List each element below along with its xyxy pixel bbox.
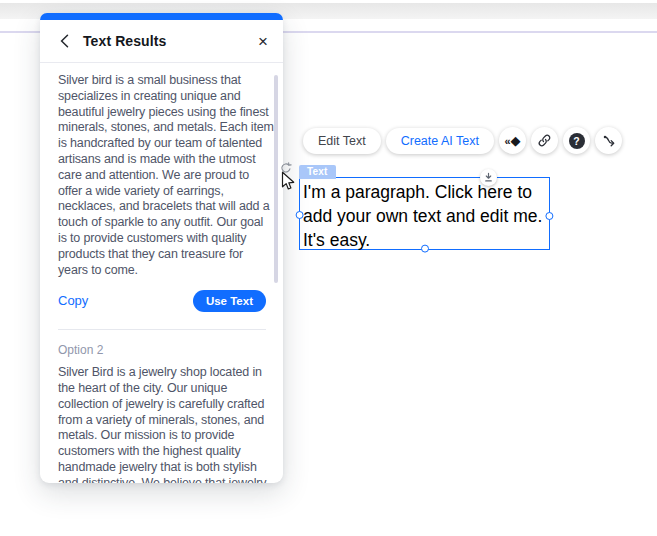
resize-handle-bottom[interactable] bbox=[421, 245, 429, 253]
use-text-button[interactable]: Use Text bbox=[193, 290, 266, 312]
element-type-badge: Text bbox=[299, 165, 336, 179]
selected-text-element[interactable]: Text I'm a paragraph. Click here to add … bbox=[299, 177, 550, 250]
create-ai-text-button[interactable]: Create AI Text bbox=[386, 128, 494, 154]
panel-header: Text Results × bbox=[40, 20, 283, 63]
panel-title: Text Results bbox=[83, 33, 166, 49]
panel-body: Silver bird is a small business that spe… bbox=[40, 63, 283, 483]
option-2-label: Option 2 bbox=[58, 343, 274, 359]
option-1-actions: Copy Use Text bbox=[58, 290, 266, 312]
resize-handle-left[interactable] bbox=[296, 211, 304, 219]
element-toolbar: Edit Text Create AI Text «◆ ? bbox=[303, 127, 622, 154]
edit-text-button[interactable]: Edit Text bbox=[303, 128, 381, 154]
option-divider bbox=[58, 329, 266, 330]
back-chevron-icon bbox=[60, 34, 69, 48]
help-icon: ? bbox=[569, 133, 585, 149]
panel-scrollbar-thumb[interactable] bbox=[274, 75, 278, 283]
cursor-arrow-icon bbox=[281, 171, 296, 192]
link-icon bbox=[537, 133, 552, 148]
animation-icon: «◆ bbox=[504, 134, 520, 147]
animation-button[interactable]: «◆ bbox=[499, 127, 526, 154]
option-1-text: Silver bird is a small business that spe… bbox=[58, 73, 274, 278]
mouse-cursor bbox=[281, 171, 296, 196]
connect-button[interactable] bbox=[595, 127, 622, 154]
paragraph-text: I'm a paragraph. Click here to add your … bbox=[303, 180, 550, 252]
panel-accent-bar bbox=[40, 13, 283, 20]
back-button[interactable] bbox=[56, 33, 72, 49]
resize-handle-right[interactable] bbox=[545, 212, 553, 220]
link-button[interactable] bbox=[531, 127, 558, 154]
help-button[interactable]: ? bbox=[563, 127, 590, 154]
close-button[interactable]: × bbox=[258, 33, 268, 50]
option-2-text: Silver Bird is a jewelry shop located in… bbox=[58, 365, 274, 483]
text-results-panel: Text Results × Silver bird is a small bu… bbox=[40, 13, 283, 483]
connect-icon bbox=[601, 133, 617, 149]
copy-link[interactable]: Copy bbox=[58, 293, 88, 309]
editor-screen: Text Results × Silver bird is a small bu… bbox=[0, 0, 657, 536]
